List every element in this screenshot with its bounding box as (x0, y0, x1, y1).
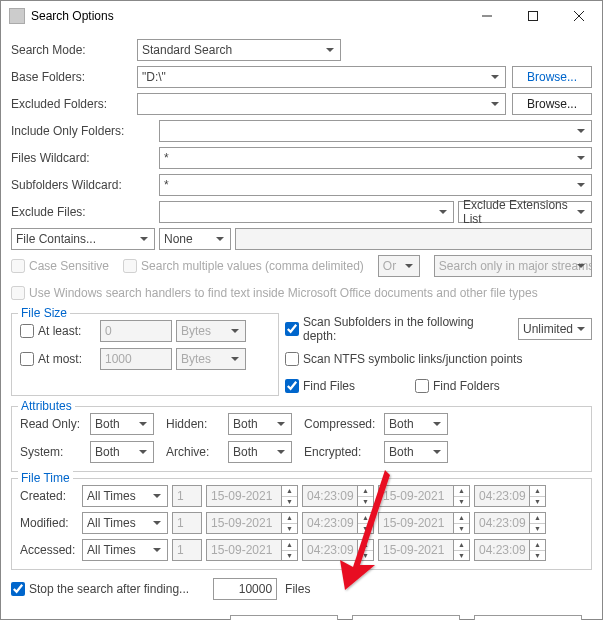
reset-button[interactable]: Reset To Default (474, 615, 582, 620)
accessed-range[interactable]: All Times (82, 539, 168, 561)
files-wildcard-label: Files Wildcard: (11, 151, 159, 165)
accessed-date2[interactable]: 15-09-2021 (378, 539, 454, 561)
accessed-time1-spin[interactable]: ▲▼ (358, 539, 374, 561)
created-date2[interactable]: 15-09-2021 (378, 485, 454, 507)
accessed-date1-spin[interactable]: ▲▼ (282, 539, 298, 561)
scan-ntfs-label: Scan NTFS symbolic links/junction points (303, 352, 522, 366)
include-only-label: Include Only Folders: (11, 124, 159, 138)
exclude-files-label: Exclude Files: (11, 205, 159, 219)
window-title: Search Options (31, 9, 464, 23)
created-n[interactable]: 1 (172, 485, 202, 507)
attributes-legend: Attributes (18, 399, 75, 413)
case-sensitive-check[interactable] (11, 259, 25, 273)
compressed-select[interactable]: Both (384, 413, 448, 435)
svg-rect-1 (529, 12, 538, 21)
created-label: Created: (20, 489, 82, 503)
modified-date2[interactable]: 15-09-2021 (378, 512, 454, 534)
at-most-unit[interactable]: Bytes (176, 348, 246, 370)
readonly-select[interactable]: Both (90, 413, 154, 435)
file-size-legend: File Size (18, 306, 70, 320)
exclude-files-input[interactable] (159, 201, 454, 223)
at-least-check[interactable] (20, 324, 34, 338)
or-select[interactable]: Or (378, 255, 420, 277)
encrypted-select[interactable]: Both (384, 441, 448, 463)
at-most-check[interactable] (20, 352, 34, 366)
file-time-legend: File Time (18, 471, 73, 485)
include-only-input[interactable] (159, 120, 592, 142)
system-label: System: (20, 445, 90, 459)
stop-search-label: Stop the search after finding... (29, 582, 189, 596)
created-date1-spin[interactable]: ▲▼ (282, 485, 298, 507)
use-windows-label: Use Windows search handlers to find text… (29, 286, 538, 300)
scan-subfolders-check[interactable] (285, 322, 299, 336)
accessed-date2-spin[interactable]: ▲▼ (454, 539, 470, 561)
file-contains-select[interactable]: File Contains... (11, 228, 155, 250)
accessed-n[interactable]: 1 (172, 539, 202, 561)
file-contains-text[interactable] (235, 228, 592, 250)
maximize-button[interactable] (510, 1, 556, 31)
find-files-check[interactable] (285, 379, 299, 393)
modified-time2[interactable]: 04:23:09 (474, 512, 530, 534)
created-date1[interactable]: 15-09-2021 (206, 485, 282, 507)
base-folders-input[interactable]: "D:\" (137, 66, 506, 88)
accessed-date1[interactable]: 15-09-2021 (206, 539, 282, 561)
modified-time2-spin[interactable]: ▲▼ (530, 512, 546, 534)
created-date2-spin[interactable]: ▲▼ (454, 485, 470, 507)
subfolders-wildcard-input[interactable]: * (159, 174, 592, 196)
minimize-button[interactable] (464, 1, 510, 31)
modified-date1[interactable]: 15-09-2021 (206, 512, 282, 534)
accessed-time2[interactable]: 04:23:09 (474, 539, 530, 561)
modified-label: Modified: (20, 516, 82, 530)
base-folders-label: Base Folders: (11, 70, 137, 84)
readonly-label: Read Only: (20, 417, 90, 431)
excluded-folders-input[interactable] (137, 93, 506, 115)
archive-label: Archive: (166, 445, 228, 459)
browse-excluded-button[interactable]: Browse... (512, 93, 592, 115)
created-time1[interactable]: 04:23:09 (302, 485, 358, 507)
at-least-value[interactable]: 0 (100, 320, 172, 342)
files-wildcard-input[interactable]: * (159, 147, 592, 169)
stop-count-input[interactable]: 10000 (213, 578, 277, 600)
archive-select[interactable]: Both (228, 441, 292, 463)
at-least-unit[interactable]: Bytes (176, 320, 246, 342)
at-least-label: At least: (38, 324, 81, 338)
accessed-label: Accessed: (20, 543, 82, 557)
search-multiple-label: Search multiple values (comma delimited) (141, 259, 364, 273)
find-folders-check[interactable] (415, 379, 429, 393)
modified-n[interactable]: 1 (172, 512, 202, 534)
none-select[interactable]: None (159, 228, 231, 250)
at-most-label: At most: (38, 352, 82, 366)
modified-range[interactable]: All Times (82, 512, 168, 534)
close-button[interactable] (556, 1, 602, 31)
created-time2[interactable]: 04:23:09 (474, 485, 530, 507)
modified-time1[interactable]: 04:23:09 (302, 512, 358, 534)
created-range[interactable]: All Times (82, 485, 168, 507)
browse-base-button[interactable]: Browse... (512, 66, 592, 88)
search-major-select[interactable]: Search only in major streams (434, 255, 592, 277)
app-icon (9, 8, 25, 24)
accessed-time1[interactable]: 04:23:09 (302, 539, 358, 561)
modified-date1-spin[interactable]: ▲▼ (282, 512, 298, 534)
find-folders-label: Find Folders (433, 379, 500, 393)
scan-subfolders-label: Scan Subfolders in the following depth: (303, 315, 510, 343)
modified-time1-spin[interactable]: ▲▼ (358, 512, 374, 534)
at-most-value[interactable]: 1000 (100, 348, 172, 370)
search-mode-label: Search Mode: (11, 43, 137, 57)
compressed-label: Compressed: (304, 417, 384, 431)
excluded-folders-label: Excluded Folders: (11, 97, 137, 111)
close-dialog-button[interactable]: Close (352, 615, 460, 620)
depth-select[interactable]: Unlimited (518, 318, 592, 340)
search-multiple-check[interactable] (123, 259, 137, 273)
scan-ntfs-check[interactable] (285, 352, 299, 366)
hidden-select[interactable]: Both (228, 413, 292, 435)
exclude-ext-select[interactable]: Exclude Extensions List (458, 201, 592, 223)
created-time2-spin[interactable]: ▲▼ (530, 485, 546, 507)
system-select[interactable]: Both (90, 441, 154, 463)
modified-date2-spin[interactable]: ▲▼ (454, 512, 470, 534)
created-time1-spin[interactable]: ▲▼ (358, 485, 374, 507)
search-mode-select[interactable]: Standard Search (137, 39, 341, 61)
use-windows-check[interactable] (11, 286, 25, 300)
start-search-button[interactable]: Start Search (230, 615, 338, 620)
accessed-time2-spin[interactable]: ▲▼ (530, 539, 546, 561)
stop-search-check[interactable] (11, 582, 25, 596)
